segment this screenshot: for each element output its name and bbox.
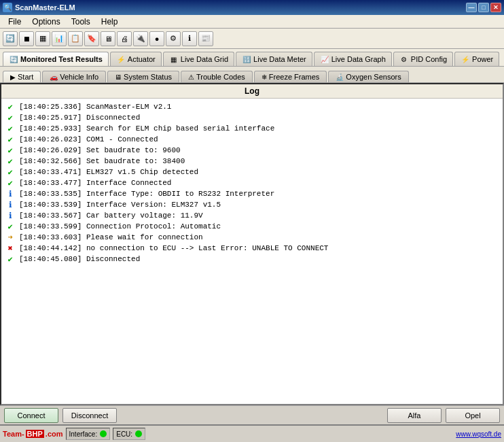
log-entry: ✔[18:40:33.599] Connection Protocol: Aut… bbox=[5, 221, 499, 232]
interface-label: Interface: bbox=[69, 430, 98, 438]
alfa-button[interactable]: Alfa bbox=[387, 408, 442, 423]
power-icon: ⚡ bbox=[461, 54, 470, 64]
check-icon: ✔ bbox=[5, 135, 15, 144]
check-icon: ✔ bbox=[5, 113, 15, 122]
log-entry: ✔[18:40:33.477] Interface Connected bbox=[5, 177, 499, 188]
log-text: [18:40:33.539] Interface Version: ELM327… bbox=[19, 201, 221, 209]
toolbar-btn-8[interactable]: 🖨 bbox=[117, 31, 132, 46]
log-entry: ✖[18:40:44.142] no connection to ECU -->… bbox=[5, 243, 499, 254]
logo-text2: BHP bbox=[26, 430, 44, 438]
app-icon: 🔍 bbox=[3, 3, 12, 12]
toolbar-btn-3[interactable]: ▦ bbox=[35, 31, 50, 46]
toolbar-btn-10[interactable]: ● bbox=[149, 31, 164, 46]
log-entry: ℹ[18:40:33.539] Interface Version: ELM32… bbox=[5, 199, 499, 210]
toolbar: 🔄 ⏹ ▦ 📊 📋 🔖 🖥 🖨 🔌 ● ⚙ ℹ 📰 bbox=[0, 29, 504, 49]
tab-start[interactable]: ▶ Start bbox=[3, 71, 41, 82]
connect-button[interactable]: Connect bbox=[4, 408, 58, 423]
livedatameter-icon: 🔢 bbox=[242, 54, 251, 64]
opel-button[interactable]: Opel bbox=[446, 408, 500, 423]
systemstatus-icon: 🖥 bbox=[115, 73, 122, 81]
start-icon: ▶ bbox=[10, 73, 16, 81]
troublecodes-icon: ⚠ bbox=[188, 73, 194, 81]
tab-systemstatus[interactable]: 🖥 System Status bbox=[107, 71, 179, 82]
error-icon: ✖ bbox=[5, 243, 15, 253]
toolbar-btn-2[interactable]: ⏹ bbox=[19, 31, 34, 46]
team-bhp-logo: Team- BHP .com bbox=[3, 430, 63, 438]
ecu-led bbox=[135, 430, 142, 437]
tab-livedatagraph[interactable]: 📈 Live Data Graph bbox=[314, 52, 392, 66]
interface-led bbox=[100, 430, 107, 437]
menu-help[interactable]: Help bbox=[96, 16, 124, 28]
logo-text1: Team- bbox=[3, 430, 24, 438]
log-text: [18:40:44.142] no connection to ECU --> … bbox=[19, 244, 328, 252]
disconnect-button[interactable]: Disconnect bbox=[62, 408, 117, 423]
tab-livedatameter[interactable]: 🔢 Live Data Meter bbox=[236, 52, 312, 66]
oxygensensors-icon: 🔬 bbox=[336, 73, 344, 81]
check-icon: ✔ bbox=[5, 102, 15, 112]
logo-text3: .com bbox=[46, 430, 63, 438]
log-entry: ✔[18:40:25.917] Disconnected bbox=[5, 112, 499, 123]
check-icon: ✔ bbox=[5, 124, 15, 133]
toolbar-btn-6[interactable]: 🔖 bbox=[84, 31, 99, 46]
log-entry: ➜[18:40:33.603] Please wait for connecti… bbox=[5, 232, 499, 243]
toolbar-btn-4[interactable]: 📊 bbox=[52, 31, 67, 46]
title-bar: 🔍 ScanMaster-ELM — □ ✕ bbox=[0, 0, 504, 15]
log-text: [18:40:25.336] ScanMaster-ELM v2.1 bbox=[19, 103, 171, 111]
check-icon: ✔ bbox=[5, 167, 15, 177]
tab-oxygensensors[interactable]: 🔬 Oxygen Sensors bbox=[328, 71, 408, 82]
toolbar-btn-13[interactable]: 📰 bbox=[198, 31, 213, 46]
info-icon: ℹ bbox=[5, 200, 15, 209]
log-text: [18:40:25.933] Search for ELM chip based… bbox=[19, 124, 274, 133]
log-content[interactable]: ✔[18:40:25.336] ScanMaster-ELM v2.1✔[18:… bbox=[1, 99, 503, 402]
menu-file[interactable]: File bbox=[3, 16, 26, 28]
tab-livedatagrid[interactable]: ▦ Live Data Grid bbox=[163, 52, 234, 66]
maximize-button[interactable]: □ bbox=[478, 3, 489, 12]
toolbar-btn-5[interactable]: 📋 bbox=[68, 31, 83, 46]
vehicleinfo-icon: 🚗 bbox=[50, 73, 58, 81]
toolbar-btn-7[interactable]: 🖥 bbox=[101, 31, 115, 46]
tab-freezeframes[interactable]: ❄ Freeze Frames bbox=[254, 71, 327, 82]
log-text: [18:40:33.535] Interface Type: OBDII to … bbox=[19, 190, 274, 198]
minimize-button[interactable]: — bbox=[466, 3, 477, 12]
log-text: [18:40:25.917] Disconnected bbox=[19, 114, 140, 122]
toolbar-btn-11[interactable]: ⚙ bbox=[166, 31, 181, 46]
ecu-section: ECU: bbox=[113, 428, 145, 440]
log-text: [18:40:33.567] Car battery voltage: 11.9… bbox=[19, 211, 203, 220]
menu-options[interactable]: Options bbox=[26, 16, 65, 28]
tab-actuator[interactable]: ⚡ Actuator bbox=[110, 52, 162, 66]
interface-section: Interface: bbox=[66, 428, 111, 440]
bottom-bar: Connect Disconnect Alfa Opel bbox=[0, 405, 504, 424]
title-bar-controls: — □ ✕ bbox=[466, 3, 501, 12]
close-button[interactable]: ✕ bbox=[490, 3, 501, 12]
status-bar: Team- BHP .com Interface: ECU: www.wqsof… bbox=[0, 424, 504, 442]
tab-vehicleinfo[interactable]: 🚗 Vehicle Info bbox=[42, 71, 106, 82]
log-text: [18:40:45.080] Disconnected bbox=[19, 255, 140, 263]
log-text: [18:40:32.566] Set baudrate to: 38400 bbox=[19, 157, 185, 165]
tab-troublecodes[interactable]: ⚠ Trouble Codes bbox=[181, 71, 253, 82]
log-entry: ✔[18:40:26.029] Set baudrate to: 9600 bbox=[5, 145, 499, 156]
toolbar-btn-12[interactable]: ℹ bbox=[182, 31, 197, 46]
tab-monitored[interactable]: 🔄 Monitored Test Results bbox=[3, 52, 109, 66]
pidconfig-icon: ⚙ bbox=[399, 54, 409, 64]
check-icon: ✔ bbox=[5, 146, 15, 155]
log-entry: ℹ[18:40:33.535] Interface Type: OBDII to… bbox=[5, 188, 499, 199]
log-text: [18:40:33.599] Connection Protocol: Auto… bbox=[19, 222, 221, 231]
title-bar-left: 🔍 ScanMaster-ELM bbox=[3, 3, 75, 12]
app-body: File Options Tools Help 🔄 ⏹ ▦ 📊 📋 🔖 🖥 🖨 … bbox=[0, 15, 504, 442]
website-link[interactable]: www.wqsoft.de bbox=[456, 430, 501, 438]
menu-tools[interactable]: Tools bbox=[66, 16, 96, 28]
livedatagraph-icon: 📈 bbox=[320, 54, 329, 64]
tab-pidconfig[interactable]: ⚙ PID Config bbox=[393, 52, 453, 66]
log-wrapper: Log ✔[18:40:25.336] ScanMaster-ELM v2.1✔… bbox=[0, 83, 504, 405]
livedatagrid-icon: ▦ bbox=[169, 54, 179, 64]
toolbar-btn-9[interactable]: 🔌 bbox=[133, 31, 148, 46]
monitored-icon: 🔄 bbox=[9, 54, 18, 64]
tab-power[interactable]: ⚡ Power bbox=[454, 52, 499, 66]
toolbar-btn-1[interactable]: 🔄 bbox=[3, 31, 18, 46]
menu-bar: File Options Tools Help bbox=[0, 15, 504, 29]
log-text: [18:40:33.603] Please wait for connectio… bbox=[19, 233, 203, 241]
log-text: [18:40:33.471] ELM327 v1.5 Chip detected bbox=[19, 168, 198, 176]
ecu-label: ECU: bbox=[116, 430, 132, 438]
log-entry: ✔[18:40:45.080] Disconnected bbox=[5, 254, 499, 265]
check-icon: ✔ bbox=[5, 254, 15, 264]
